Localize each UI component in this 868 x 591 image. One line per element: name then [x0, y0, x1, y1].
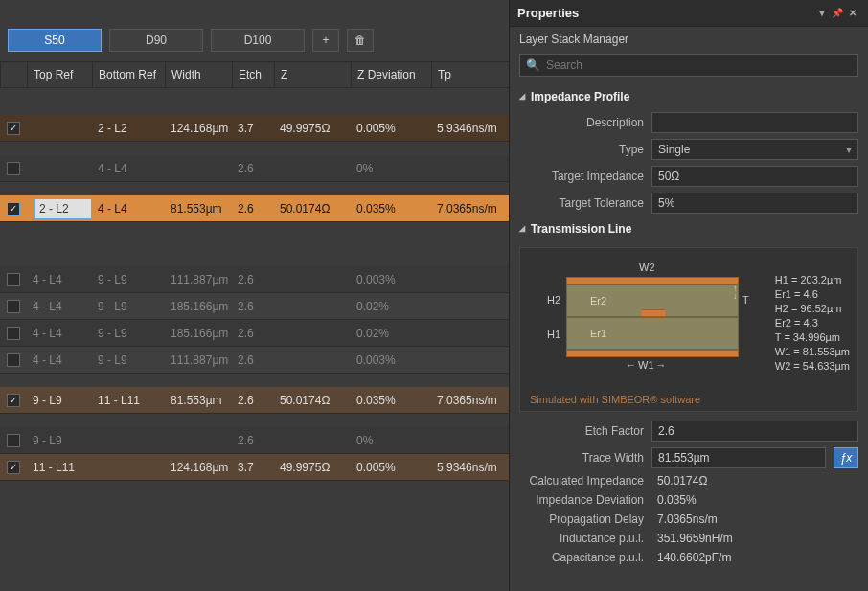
header-z-deviation[interactable]: Z Deviation [351, 62, 431, 87]
cell-width: 81.553µm [165, 394, 232, 407]
simulator-note: Simulated with SIMBEOR® software [530, 394, 700, 405]
header-z[interactable]: Z [274, 62, 351, 87]
search-box[interactable]: 🔍 [519, 54, 858, 77]
value-inductance: 351.9659nH/m [651, 532, 858, 545]
input-trace-width[interactable]: 81.553µm [651, 447, 826, 468]
label-description: Description [519, 116, 644, 129]
cell-width: 185.166µm [165, 300, 232, 313]
table-row[interactable]: 11 - L11124.168µm3.749.9975Ω0.005%5.9346… [0, 454, 509, 481]
label-target-impedance: Target Impedance [519, 170, 644, 183]
copper-top [566, 277, 739, 284]
plus-icon: + [322, 34, 329, 47]
input-target-tolerance[interactable]: 5% [651, 193, 858, 214]
dropdown-icon[interactable]: ▼ [814, 8, 830, 18]
header-tp[interactable]: Tp [431, 62, 502, 87]
row-checkbox[interactable] [7, 394, 20, 407]
row-checkbox[interactable] [7, 300, 20, 313]
table-body: 2 - L2124.168µm3.749.9975Ω0.005%5.9346ns… [0, 88, 509, 591]
cell-top-ref: 4 - L4 [27, 353, 92, 367]
cell-z: 49.9975Ω [274, 122, 351, 135]
cell-top-ref: 2 - L2 [27, 198, 92, 219]
delete-profile-button[interactable]: 🗑 [347, 29, 374, 52]
value-impedance-deviation: 0.035% [651, 493, 858, 507]
h2-label: H2 [547, 294, 560, 306]
cell-width: 124.168µm [165, 461, 232, 474]
cell-z-deviation: 0.003% [351, 353, 431, 367]
row-checkbox[interactable] [7, 353, 20, 367]
cell-width: 111.887µm [165, 353, 232, 367]
cell-width: 111.887µm [165, 273, 232, 286]
close-icon[interactable]: ✕ [845, 8, 860, 18]
cell-etch: 2.6 [232, 327, 274, 340]
cell-top-ref: 4 - L4 [27, 300, 92, 313]
row-checkbox[interactable] [7, 273, 20, 286]
properties-header: Properties ▼ 📌 ✕ [510, 0, 868, 27]
cell-z-deviation: 0.035% [351, 394, 431, 407]
label-trace-width: Trace Width [519, 451, 644, 465]
row-checkbox[interactable] [7, 461, 20, 474]
select-type[interactable]: Single [651, 139, 858, 160]
table-row[interactable]: 2 - L24 - L481.553µm2.650.0174Ω0.035%7.0… [0, 195, 509, 222]
cell-z-deviation: 0.035% [351, 202, 431, 216]
h1-label: H1 [547, 329, 560, 340]
tab-s50[interactable]: S50 [8, 29, 102, 52]
table-row[interactable]: 2 - L2124.168µm3.749.9975Ω0.005%5.9346ns… [0, 115, 509, 142]
table-row[interactable]: 4 - L49 - L9111.887µm2.60.003% [0, 266, 509, 293]
cell-etch: 2.6 [232, 394, 274, 407]
cell-tp: 7.0365ns/m [431, 202, 502, 216]
cell-z: 49.9975Ω [274, 461, 351, 474]
section-transmission-line[interactable]: Transmission Line [510, 216, 868, 241]
cell-width: 124.168µm [165, 122, 232, 135]
header-etch[interactable]: Etch [232, 62, 274, 87]
table-row[interactable]: 4 - L42.60% [0, 155, 509, 182]
value-capacitance: 140.6602pF/m [651, 551, 858, 564]
label-inductance: Inductance p.u.l. [519, 532, 644, 545]
section-impedance-profile[interactable]: Impedance Profile [510, 84, 868, 109]
row-checkbox[interactable] [7, 202, 20, 216]
row-checkbox[interactable] [7, 162, 20, 175]
panel-title: Properties [517, 6, 579, 20]
value-propagation-delay: 7.0365ns/m [651, 512, 858, 526]
cell-width: 185.166µm [165, 327, 232, 340]
input-target-impedance[interactable]: 50Ω [651, 166, 858, 187]
row-checkbox[interactable] [7, 327, 20, 340]
w1-label: W1 [626, 359, 667, 371]
profile-tabs: S50 D90 D100 + 🗑 [0, 19, 509, 61]
input-description[interactable] [651, 112, 858, 133]
table-row[interactable]: 4 - L49 - L9111.887µm2.60.003% [0, 347, 509, 374]
search-input[interactable] [546, 58, 852, 72]
tab-d100[interactable]: D100 [211, 29, 305, 52]
cell-width: 81.553µm [165, 202, 232, 216]
table-row[interactable]: 9 - L911 - L1181.553µm2.650.0174Ω0.035%7… [0, 387, 509, 414]
cell-etch: 2.6 [232, 353, 274, 367]
signal-trace [640, 309, 667, 317]
cell-etch: 3.7 [232, 461, 274, 474]
add-profile-button[interactable]: + [312, 29, 339, 52]
cell-z-deviation: 0.003% [351, 273, 431, 286]
cell-etch: 2.6 [232, 273, 274, 286]
table-row[interactable]: 4 - L49 - L9185.166µm2.60.02% [0, 320, 509, 347]
row-checkbox[interactable] [7, 434, 20, 447]
value-calculated-impedance: 50.0174Ω [651, 474, 858, 488]
transmission-line-values: H1 = 203.2µm Er1 = 4.6 H2 = 96.52µm Er2 … [775, 273, 850, 374]
cell-bottom-ref: 2 - L2 [92, 122, 165, 135]
header-top-ref[interactable]: Top Ref [27, 62, 92, 87]
trash-icon: 🗑 [354, 34, 366, 47]
formula-button[interactable]: ƒx [834, 447, 858, 468]
transmission-line-diagram: W2 Er2 Er1 H2 H1 ↑↓ T W1 H1 = 203.2µm Er… [519, 247, 858, 412]
dielectric-er2: Er2 [566, 284, 739, 317]
impedance-table-panel: S50 D90 D100 + 🗑 Top Ref Bottom Ref Widt… [0, 0, 509, 591]
panel-subtitle: Layer Stack Manager [510, 27, 868, 46]
cell-z-deviation: 0.005% [351, 461, 431, 474]
cell-top-ref: 4 - L4 [27, 327, 92, 340]
cell-top-ref: 9 - L9 [27, 434, 92, 447]
row-checkbox[interactable] [7, 122, 20, 135]
header-width[interactable]: Width [165, 62, 232, 87]
table-row[interactable]: 9 - L92.60% [0, 427, 509, 454]
tab-d90[interactable]: D90 [109, 29, 203, 52]
input-etch-factor[interactable]: 2.6 [651, 421, 858, 442]
pin-icon[interactable]: 📌 [830, 8, 845, 18]
header-bottom-ref[interactable]: Bottom Ref [92, 62, 165, 87]
label-calculated-impedance: Calculated Impedance [519, 474, 644, 488]
table-row[interactable]: 4 - L49 - L9185.166µm2.60.02% [0, 293, 509, 320]
